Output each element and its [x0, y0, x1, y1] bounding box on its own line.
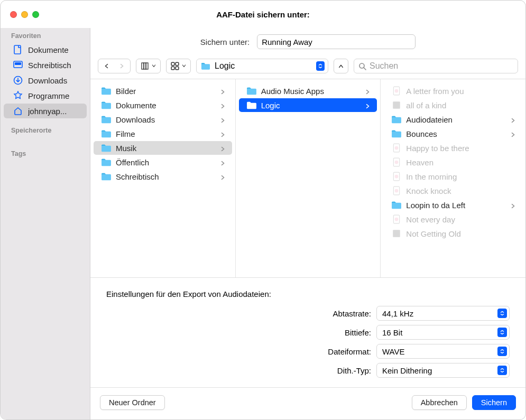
file-item[interactable]: Not Getting Old — [384, 227, 522, 240]
sidebar-favorites-header: Favoriten — [1, 28, 90, 42]
chevron-right-icon — [220, 102, 227, 108]
chevron-right-icon — [220, 173, 227, 180]
file-item-label: Musik — [116, 144, 136, 153]
saveas-label: Sichern unter: — [200, 38, 250, 46]
option-value: Kein Dithering — [382, 366, 497, 375]
sidebar-item-apps[interactable]: Programme — [4, 88, 87, 103]
browser-column-3: A letter from youall of a kindAudiodatei… — [381, 79, 525, 277]
file-item[interactable]: In the morning — [384, 170, 522, 183]
file-item[interactable]: Musik — [94, 141, 232, 155]
home-icon — [13, 106, 23, 116]
option-select[interactable]: 16 Bit — [376, 325, 510, 340]
option-label: Dith.-Typ: — [337, 366, 371, 375]
file-item[interactable]: Knock knock — [384, 184, 522, 198]
option-label: Dateiformat: — [328, 347, 371, 356]
option-value: 44,1 kHz — [382, 309, 497, 318]
file-item-label: Bounces — [406, 129, 437, 138]
file-item[interactable]: Filme — [94, 127, 232, 141]
folder-icon — [101, 172, 112, 181]
search-field[interactable]: Suchen — [354, 59, 518, 73]
folder-icon — [201, 61, 210, 71]
file-item-label: Downloads — [116, 115, 155, 124]
file-item-label: A letter from you — [406, 87, 464, 96]
view-grid-button[interactable] — [166, 59, 191, 73]
chevron-right-icon — [511, 116, 517, 123]
file-item[interactable]: Not every day — [384, 212, 522, 226]
updown-icon — [497, 347, 507, 356]
search-icon — [358, 62, 366, 70]
file-item[interactable]: Audiodateien — [384, 113, 522, 126]
save-button[interactable]: Sichern — [472, 395, 516, 410]
chevron-right-icon — [220, 130, 227, 137]
cancel-button[interactable]: Abbrechen — [412, 395, 467, 410]
chevron-right-icon — [511, 130, 517, 137]
view-columns-button[interactable] — [136, 59, 161, 73]
file-item[interactable]: Dokumente — [94, 98, 232, 112]
file-item-label: Öffentlich — [116, 158, 149, 167]
chevron-right-icon — [511, 202, 517, 208]
apps-icon — [13, 91, 23, 100]
file-item-label: Bilder — [116, 87, 136, 96]
file-icon — [391, 157, 402, 167]
file-item[interactable]: Bounces — [384, 127, 522, 141]
file-item-label: Knock knock — [406, 186, 451, 195]
option-select[interactable]: WAVE — [376, 344, 510, 359]
new-folder-button[interactable]: Neuer Ordner — [100, 395, 165, 410]
file-item[interactable]: Bilder — [94, 84, 232, 98]
option-select[interactable]: 44,1 kHz — [376, 306, 510, 321]
updown-icon — [316, 61, 325, 71]
sidebar-item-label: johnnyap... — [28, 107, 67, 116]
option-label: Abtastrate: — [333, 309, 371, 318]
folder-icon — [391, 115, 402, 124]
sidebar-item-label: Schreibtisch — [28, 61, 71, 70]
sidebar-item-desktop[interactable]: Schreibtisch — [4, 58, 87, 72]
titlebar: AAF-Datei sichern unter: — [1, 1, 525, 28]
file-item[interactable]: A letter from you — [384, 84, 522, 98]
file-item-label: Heaven — [406, 158, 433, 167]
option-label: Bittiefe: — [345, 328, 371, 337]
file-item[interactable]: Logic — [239, 98, 377, 112]
file-item[interactable]: all of a kind — [384, 98, 522, 112]
option-value: 16 Bit — [382, 328, 497, 337]
file-item[interactable]: Loopin to da Left — [384, 198, 522, 212]
file-item[interactable]: Schreibtisch — [94, 170, 232, 183]
chevron-right-icon — [220, 145, 227, 151]
file-item[interactable]: Downloads — [94, 113, 232, 126]
toolbar: Logic Suchen — [90, 59, 525, 79]
nav-back-button[interactable] — [98, 59, 114, 73]
folder-icon — [246, 100, 257, 110]
folder-icon — [101, 157, 112, 167]
chevron-right-icon — [220, 159, 227, 165]
folder-icon — [101, 100, 112, 110]
file-item[interactable]: Öffentlich — [94, 155, 232, 169]
dialog-title: AAF-Datei sichern unter: — [1, 10, 525, 19]
option-select[interactable]: Kein Dithering — [376, 363, 510, 378]
file-icon — [391, 86, 402, 96]
sidebar-locations-header: Speicherorte — [1, 123, 90, 136]
desktop-icon — [13, 60, 23, 70]
close-window-button[interactable] — [10, 11, 17, 18]
minimize-window-button[interactable] — [21, 11, 28, 18]
file-icon — [391, 172, 402, 181]
sidebar-item-home[interactable]: johnnyap... — [4, 104, 87, 118]
nav-forward-button[interactable] — [114, 59, 130, 73]
doc-icon — [13, 45, 23, 54]
sidebar-item-download[interactable]: Downloads — [4, 73, 87, 88]
file-item[interactable]: Heaven — [384, 155, 522, 169]
file-icon — [391, 186, 402, 195]
file-item-label: Dokumente — [116, 101, 156, 110]
folder-icon — [391, 129, 402, 138]
sidebar-tags-header: Tags — [1, 146, 90, 160]
option-value: WAVE — [382, 347, 497, 356]
collapse-button[interactable] — [334, 59, 348, 73]
file-item-label: Loopin to da Left — [406, 201, 465, 210]
updown-icon — [497, 309, 507, 318]
sidebar-item-doc[interactable]: Dokumente — [4, 42, 87, 57]
zoom-window-button[interactable] — [32, 11, 39, 18]
file-item[interactable]: Happy to be there — [384, 141, 522, 155]
file-item[interactable]: Audio Music Apps — [239, 84, 377, 98]
export-options-header: Einstellungen für den Export von Audioda… — [106, 290, 510, 298]
location-dropdown[interactable]: Logic — [196, 59, 328, 73]
saveas-input[interactable] — [257, 34, 416, 49]
location-label: Logic — [215, 61, 235, 71]
